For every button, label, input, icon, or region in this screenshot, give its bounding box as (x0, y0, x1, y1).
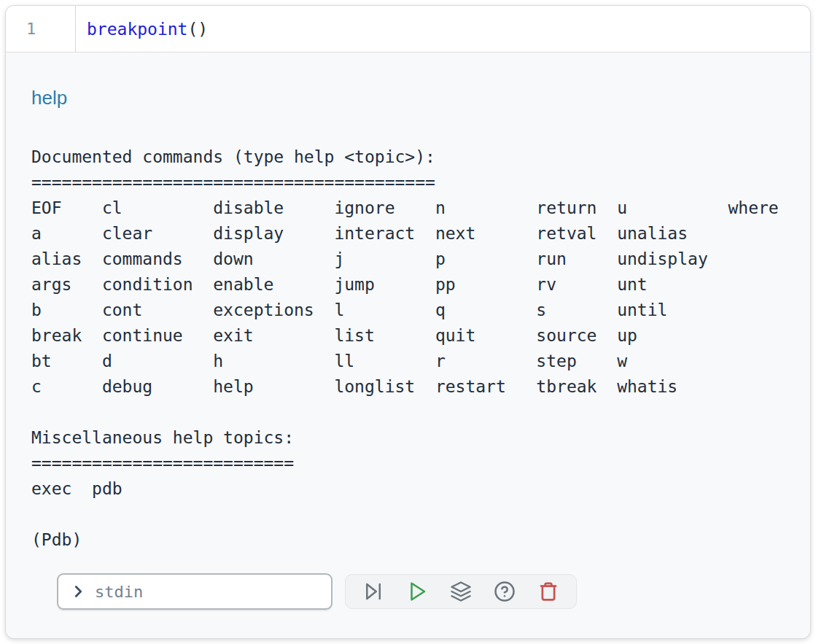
step-button[interactable] (353, 576, 394, 607)
code-token-parens: () (187, 20, 208, 39)
stdin-input[interactable] (93, 582, 322, 602)
chevron-right-icon (70, 583, 86, 600)
stdin-inputbox[interactable] (57, 573, 333, 610)
clear-button[interactable] (528, 576, 569, 607)
controls-row (57, 573, 785, 610)
stdin-echo: help (31, 85, 785, 111)
code-token-builtin: breakpoint (87, 20, 187, 39)
terminal-output-panel: help Documented commands (type help <top… (6, 53, 810, 610)
editor-gutter: 1 (6, 6, 76, 52)
line-number: 1 (26, 20, 36, 38)
code-runner-card: 1 breakpoint() help Documented commands … (5, 5, 811, 639)
help-button[interactable] (484, 576, 525, 607)
skip-next-icon (362, 581, 384, 602)
code-editor[interactable]: 1 breakpoint() (6, 6, 810, 53)
layers-icon (450, 581, 472, 602)
code-line[interactable]: breakpoint() (76, 6, 208, 52)
stack-button[interactable] (440, 576, 481, 607)
run-button[interactable] (397, 576, 438, 607)
play-icon (406, 581, 428, 602)
question-circle-icon (494, 581, 516, 602)
toolbar (345, 574, 577, 609)
terminal-text: Documented commands (type help <topic>):… (31, 144, 785, 553)
trash-icon (537, 581, 559, 602)
